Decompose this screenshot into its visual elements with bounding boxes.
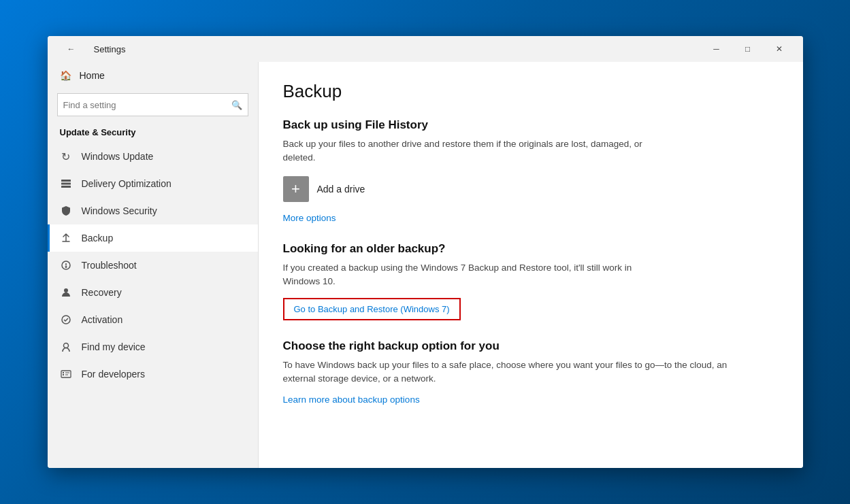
- window-title: Settings: [94, 44, 126, 54]
- close-button[interactable]: ✕: [764, 38, 795, 60]
- main-content: Backup Back up using File History Back u…: [259, 62, 803, 468]
- backup-icon: [60, 232, 72, 244]
- learn-more-link[interactable]: Learn more about backup options: [283, 394, 420, 405]
- svg-rect-0: [61, 180, 71, 182]
- page-title: Backup: [283, 81, 779, 102]
- nav-label: Windows Security: [82, 205, 157, 216]
- sidebar-item-delivery-optimization[interactable]: Delivery Optimization: [48, 170, 258, 197]
- svg-point-8: [63, 343, 68, 348]
- maximize-button[interactable]: □: [732, 38, 764, 60]
- nav-label: Backup: [82, 233, 114, 243]
- search-input[interactable]: [63, 100, 231, 110]
- add-drive-icon: +: [283, 176, 309, 202]
- sidebar-item-windows-update[interactable]: ↻ Windows Update: [48, 143, 258, 170]
- svg-rect-10: [63, 372, 64, 373]
- svg-point-6: [64, 288, 68, 292]
- choose-backup-section: Choose the right backup option for you T…: [283, 339, 779, 424]
- delivery-optimization-icon: [60, 178, 72, 190]
- sidebar-item-troubleshoot[interactable]: Troubleshoot: [48, 252, 258, 279]
- nav-label: Troubleshoot: [82, 260, 137, 271]
- titlebar: ← Settings ─ □ ✕: [48, 36, 803, 62]
- choose-backup-title: Choose the right backup option for you: [283, 339, 779, 353]
- sidebar-item-find-my-device[interactable]: Find my device: [48, 333, 258, 360]
- nav-label: Windows Update: [82, 151, 154, 162]
- file-history-section: Back up using File History Back up your …: [283, 118, 779, 242]
- home-icon: 🏠: [60, 70, 71, 81]
- recovery-icon: [60, 286, 72, 299]
- more-options-link[interactable]: More options: [283, 213, 336, 223]
- sidebar-item-activation[interactable]: Activation: [48, 306, 258, 333]
- svg-rect-1: [61, 183, 71, 185]
- titlebar-controls: ─ □ ✕: [701, 38, 795, 60]
- sidebar-item-windows-security[interactable]: Windows Security: [48, 197, 258, 224]
- file-history-title: Back up using File History: [283, 118, 779, 132]
- add-drive-button[interactable]: + Add a drive: [283, 176, 779, 202]
- troubleshoot-icon: [60, 259, 72, 271]
- for-developers-icon: [60, 368, 72, 380]
- sidebar-item-backup[interactable]: Backup: [48, 224, 258, 252]
- titlebar-left: ← Settings: [56, 38, 126, 60]
- older-backup-desc: If you created a backup using the Window…: [283, 261, 664, 289]
- activation-icon: [60, 314, 72, 326]
- nav-label: Activation: [82, 314, 123, 325]
- home-label: Home: [80, 70, 105, 81]
- minimize-button[interactable]: ─: [701, 38, 732, 60]
- svg-rect-11: [63, 374, 64, 375]
- content-area: 🏠 Home 🔍 Update & Security ↻ Windows Upd…: [48, 62, 803, 468]
- sidebar: 🏠 Home 🔍 Update & Security ↻ Windows Upd…: [48, 62, 259, 468]
- nav-label: Find my device: [82, 341, 146, 352]
- sidebar-item-for-developers[interactable]: For developers: [48, 360, 258, 388]
- svg-rect-2: [61, 186, 71, 188]
- older-backup-section: Looking for an older backup? If you crea…: [283, 242, 779, 340]
- search-icon: 🔍: [231, 100, 242, 110]
- svg-point-5: [65, 267, 66, 267]
- nav-label: Delivery Optimization: [82, 178, 171, 189]
- file-history-desc: Back up your files to another drive and …: [283, 137, 664, 165]
- windows-update-icon: ↻: [60, 150, 72, 163]
- add-drive-label: Add a drive: [317, 184, 365, 195]
- sidebar-item-recovery[interactable]: Recovery: [48, 279, 258, 306]
- settings-window: ← Settings ─ □ ✕ 🏠 Home 🔍 Update & Secur…: [48, 36, 803, 468]
- find-my-device-icon: [60, 341, 72, 353]
- nav-label: Recovery: [82, 287, 122, 298]
- sidebar-search-container[interactable]: 🔍: [57, 93, 248, 116]
- back-button[interactable]: ←: [56, 38, 87, 60]
- older-backup-title: Looking for an older backup?: [283, 242, 779, 256]
- section-title: Update & Security: [48, 124, 258, 143]
- windows-security-icon: [60, 205, 72, 217]
- backup-restore-button[interactable]: Go to Backup and Restore (Windows 7): [283, 298, 461, 320]
- choose-backup-desc: To have Windows back up your files to a …: [283, 358, 759, 386]
- sidebar-home[interactable]: 🏠 Home: [48, 62, 258, 89]
- nav-label: For developers: [82, 369, 145, 380]
